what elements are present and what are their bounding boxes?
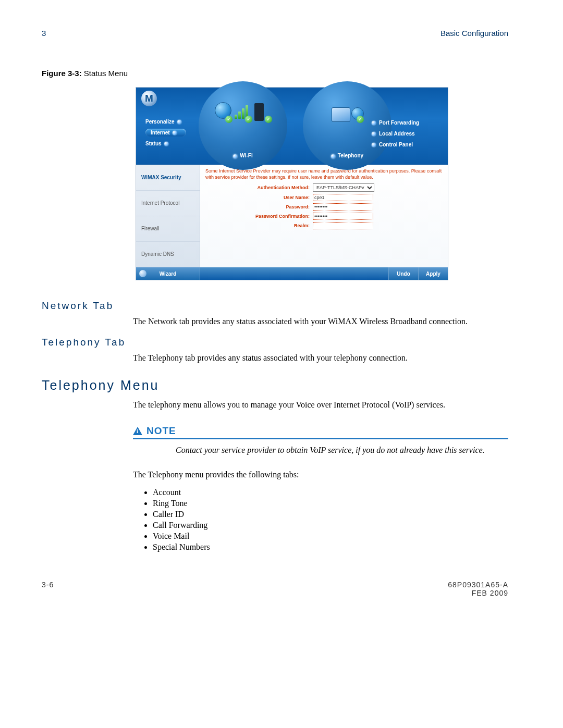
figure-caption: Figure 3-3: Status Menu xyxy=(42,69,508,78)
realm-label: Realm: xyxy=(205,223,313,228)
wifi-bubble[interactable]: ✓ ✓ ✓ Wi-Fi xyxy=(199,81,287,170)
telephony-label: Telephony xyxy=(338,153,363,158)
list-item: Account xyxy=(153,488,508,497)
note-body: Contact your service provider to obtain … xyxy=(176,445,507,456)
settings-sidebar: WiMAX Security Internet Protocol Firewal… xyxy=(136,165,200,267)
realm-input[interactable] xyxy=(313,222,373,229)
telephony-menu-heading: Telephony Menu xyxy=(42,378,508,393)
note-label: NOTE xyxy=(146,425,176,437)
page-number: 3-6 xyxy=(42,581,54,597)
username-input[interactable] xyxy=(313,194,373,201)
note-box: NOTE Contact your service provider to ob… xyxy=(133,425,508,456)
wizard-button[interactable]: Wizard xyxy=(136,267,200,280)
network-tab-text: The Network tab provides any status asso… xyxy=(133,316,508,327)
nav-status[interactable]: Status xyxy=(145,141,205,146)
nav-internet[interactable]: Internet xyxy=(145,129,205,137)
page-header: 3 Basic Configuration xyxy=(42,29,508,38)
figure-title: Status Menu xyxy=(84,69,128,78)
note-icon xyxy=(133,427,142,435)
sidebar-dynamic-dns[interactable]: Dynamic DNS xyxy=(136,242,200,267)
password-input[interactable] xyxy=(313,203,373,211)
telephony-tab-heading: Telephony Tab xyxy=(42,337,508,348)
nav-control-panel[interactable]: Control Panel xyxy=(372,142,439,147)
sidebar-internet-protocol[interactable]: Internet Protocol xyxy=(136,191,200,216)
apply-button[interactable]: Apply xyxy=(418,267,448,280)
username-label: User Name: xyxy=(205,195,313,200)
doc-date: FEB 2009 xyxy=(472,589,508,597)
help-text: Some Internet Service Provider may requi… xyxy=(205,168,443,180)
list-item: Special Numbers xyxy=(153,542,508,552)
status-menu-screenshot: M ✓ ✓ ✓ Wi-Fi ✓ Telephony xyxy=(136,87,448,280)
telephony-tabs-list: Account Ring Tone Caller ID Call Forward… xyxy=(143,488,508,552)
auth-method-select[interactable]: EAP-TTLS/MS-CHAPv2 xyxy=(313,183,374,192)
list-item: Voice Mail xyxy=(153,532,508,541)
chapter-number: 3 xyxy=(42,29,46,38)
auth-method-label: Authentication Method: xyxy=(205,185,313,190)
password-label: Password: xyxy=(205,204,313,209)
list-item: Call Forwarding xyxy=(153,521,508,530)
telephony-menu-text: The telephony menu allows you to manage … xyxy=(133,399,508,411)
list-item: Caller ID xyxy=(153,510,508,519)
motorola-logo-icon: M xyxy=(141,91,157,106)
sidebar-firewall[interactable]: Firewall xyxy=(136,216,200,242)
telephony-tab-text: The Telephony tab provides any status as… xyxy=(133,352,508,364)
figure-label: Figure 3-3: xyxy=(42,69,82,78)
tabs-intro: The Telephony menu provides the followin… xyxy=(133,469,508,480)
wifi-label: Wi-Fi xyxy=(240,153,252,158)
list-item: Ring Tone xyxy=(153,499,508,508)
page-footer: 3-6 68P09301A65-A FEB 2009 xyxy=(42,581,508,597)
doc-number: 68P09301A65-A xyxy=(448,581,508,589)
password-confirm-input[interactable] xyxy=(313,213,373,220)
nav-local-address[interactable]: Local Address xyxy=(372,131,439,137)
section-title: Basic Configuration xyxy=(440,29,508,38)
nav-port-forwarding[interactable]: Port Forwarding xyxy=(372,120,439,126)
undo-button[interactable]: Undo xyxy=(388,267,418,280)
nav-personalize[interactable]: Personalize xyxy=(145,119,205,125)
wizard-icon xyxy=(139,270,146,277)
network-tab-heading: Network Tab xyxy=(42,300,508,312)
password-confirm-label: Password Confirmation: xyxy=(205,214,313,219)
sidebar-wimax-security[interactable]: WiMAX Security xyxy=(136,165,200,191)
